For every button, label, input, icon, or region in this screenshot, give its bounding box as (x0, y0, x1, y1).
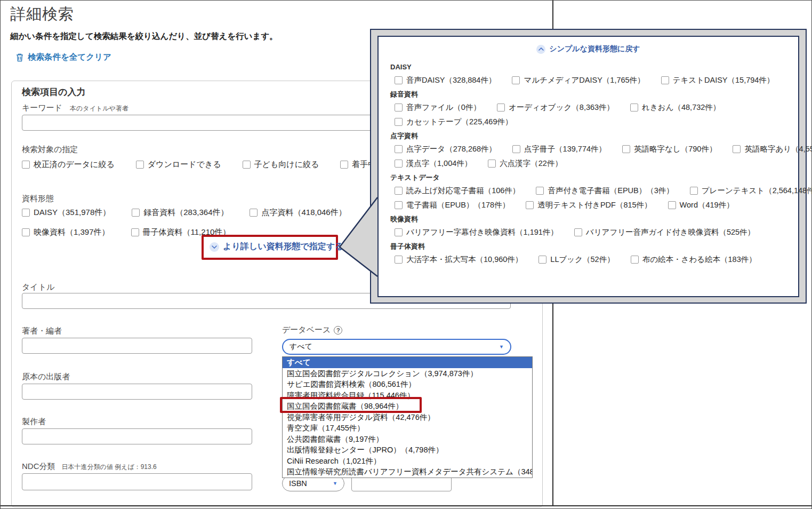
publisher-input[interactable] (22, 384, 252, 400)
dropdown-option[interactable]: 出版情報登録センター（JPRO）（4,798件） (283, 444, 532, 456)
checkbox-row: 大活字本・拡大写本（10,960件）LLブック（52件）布の絵本・さわる絵本（1… (390, 254, 786, 265)
dropdown-option[interactable]: サピエ図書館資料検索（806,561件） (283, 379, 532, 390)
checkbox-item[interactable]: 透明テキスト付きPDF（815件） (526, 200, 652, 210)
database-select[interactable]: すべて ▼ (282, 339, 511, 355)
checkbox-label: 電子書籍（EPUB）（178件） (406, 200, 510, 210)
checkbox-item[interactable]: 電子書籍（EPUB）（178件） (395, 200, 510, 210)
checkbox-label: 布の絵本・さわる絵本（183件） (642, 254, 757, 265)
checkbox[interactable] (574, 228, 582, 236)
checkbox-item[interactable]: バリアフリー字幕付き映像資料（1,191件） (395, 227, 558, 237)
checkbox-item[interactable]: Word（419件） (668, 200, 734, 210)
checkbox[interactable] (631, 256, 639, 264)
checkbox-item[interactable]: 映像資料（1,397件） (22, 227, 110, 237)
isbn-type-select[interactable]: ISBN ▼ (282, 475, 344, 491)
checkbox[interactable] (512, 76, 520, 84)
checkbox[interactable] (340, 161, 348, 169)
clear-all-conditions-link[interactable]: 検索条件を全てクリア (15, 52, 111, 63)
checkbox-item[interactable]: 音声DAISY（328,884件） (395, 75, 496, 85)
checkbox-item[interactable]: 音声ファイル（0件） (395, 102, 481, 113)
checkbox-label: 録音資料（283,364件） (143, 208, 228, 218)
checkbox-row: 電子書籍（EPUB）（178件）透明テキスト付きPDF（815件）Word（41… (390, 200, 786, 210)
checkbox-item[interactable]: 冊子体資料（11,210件） (131, 227, 231, 237)
checkbox-item[interactable]: 音声付き電子書籍（EPUB）（3件） (536, 186, 673, 196)
checkbox[interactable] (395, 145, 403, 153)
checkbox[interactable] (395, 187, 403, 195)
checkbox[interactable] (395, 76, 403, 84)
checkbox-item[interactable]: カセットテープ（225,469件） (395, 117, 512, 127)
checkbox[interactable] (395, 228, 403, 236)
checkbox[interactable] (538, 256, 546, 264)
checkbox[interactable] (690, 187, 698, 195)
checkbox[interactable] (536, 187, 544, 195)
checkbox[interactable] (497, 104, 505, 112)
checkbox[interactable] (22, 209, 30, 217)
checkbox[interactable] (526, 201, 534, 209)
checkbox-item[interactable]: 子ども向けに絞る (243, 160, 319, 170)
checkbox[interactable] (395, 256, 403, 264)
checkbox[interactable] (630, 104, 638, 112)
checkbox[interactable] (395, 104, 403, 112)
checkbox[interactable] (136, 161, 144, 169)
detailed-formats-popup: シンプルな資料形態に戻す DAISY音声DAISY（328,884件）マルチメデ… (377, 36, 799, 297)
dropdown-option[interactable]: 青空文庫（17,455件） (283, 423, 532, 434)
checkbox[interactable] (733, 145, 741, 153)
checkbox-item[interactable]: テキストDAISY（15,794件） (661, 75, 775, 85)
checkbox[interactable] (395, 160, 403, 168)
show-detailed-formats-link[interactable]: より詳しい資料形態で指定する (210, 241, 344, 252)
dropdown-option[interactable]: 国立国会図書館デジタルコレクション（3,974,873件） (283, 368, 532, 379)
checkbox-item[interactable]: 点字データ（278,268件） (395, 144, 496, 154)
checkbox-label: 子ども向けに絞る (254, 160, 319, 170)
material-format-section: DAISY音声DAISY（328,884件）マルチメディアDAISY（1,765… (390, 62, 786, 85)
checkbox[interactable] (22, 161, 30, 169)
checkbox[interactable] (668, 201, 676, 209)
checkbox[interactable] (661, 76, 669, 84)
dropdown-option[interactable]: 視覚障害者等用デジタル資料（42,476件） (283, 412, 532, 423)
checkbox-item[interactable]: マルチメディアDAISY（1,765件） (512, 75, 645, 85)
dropdown-option[interactable]: 公共図書館蔵書（9,197件） (283, 434, 532, 445)
checkbox-item[interactable]: プレーンテキスト（2,564,148件） (690, 186, 812, 196)
dropdown-option[interactable]: 障害者用資料総合目録（115,446件） (283, 390, 532, 401)
checkbox-item[interactable]: 読み上げ対応電子書籍（106件） (395, 186, 520, 196)
back-to-simple-formats-link[interactable]: シンプルな資料形態に戻す (536, 44, 640, 54)
question-circle-icon[interactable]: ? (334, 326, 342, 335)
checkbox-item[interactable]: 英語略字なし（790件） (622, 144, 717, 154)
dropdown-option[interactable]: 国立情報学研究所読書バリアフリー資料メタデータ共有システム（348件） (283, 466, 532, 478)
checkbox-item[interactable]: LLブック（52件） (538, 254, 614, 265)
ndc-input[interactable] (22, 473, 252, 490)
main-panel-bottom-border (1, 505, 812, 506)
checkbox[interactable] (250, 209, 258, 217)
checkbox-item[interactable]: 六点漢字（22件） (488, 158, 562, 169)
checkbox[interactable] (132, 209, 140, 217)
author-input[interactable] (22, 338, 252, 354)
producer-input[interactable] (22, 428, 252, 444)
checkbox[interactable] (622, 145, 630, 153)
checkbox[interactable] (131, 228, 139, 236)
checkbox[interactable] (512, 145, 520, 153)
checkbox[interactable] (243, 161, 251, 169)
checkbox[interactable] (488, 160, 496, 168)
checkbox-item[interactable]: 大活字本・拡大写本（10,960件） (395, 254, 522, 265)
checkbox-item[interactable]: 布の絵本・さわる絵本（183件） (631, 254, 757, 265)
checkbox-item[interactable]: バリアフリー音声ガイド付き映像資料（525件） (574, 227, 755, 237)
checkbox-item[interactable]: 漢点字（1,004件） (395, 158, 472, 169)
dropdown-option[interactable]: CiNii Research（1,021件） (283, 456, 532, 467)
checkbox-item[interactable]: 録音資料（283,364件） (132, 208, 228, 218)
dropdown-option[interactable]: 国立国会図書館蔵書（98,964件） (283, 401, 532, 412)
page-title: 詳細検索 (10, 4, 74, 25)
checkbox-item[interactable]: れきおん（48,732件） (630, 102, 720, 113)
checkbox-item[interactable]: 英語略字あり（4,555件） (733, 144, 812, 154)
checkbox-item[interactable]: DAISY（351,978件） (22, 208, 110, 218)
checkbox-item[interactable]: 点字資料（418,046件） (250, 208, 346, 218)
checkbox[interactable] (395, 118, 403, 126)
checkbox-label: ダウンロードできる (148, 160, 221, 170)
material-format-section: 映像資料バリアフリー字幕付き映像資料（1,191件）バリアフリー音声ガイド付き映… (390, 214, 786, 237)
back-to-simple-formats-label: シンプルな資料形態に戻す (549, 44, 640, 54)
checkbox-item[interactable]: オーディオブック（8,363件） (497, 102, 614, 113)
checkbox-item[interactable]: 点字冊子（139,774件） (512, 144, 606, 154)
dropdown-option[interactable]: すべて (283, 357, 532, 368)
checkbox-item[interactable]: ダウンロードできる (136, 160, 221, 170)
checkbox[interactable] (22, 228, 30, 236)
checkbox[interactable] (395, 201, 403, 209)
checkbox-label: オーディオブック（8,363件） (509, 102, 614, 113)
checkbox-item[interactable]: 校正済のデータに絞る (22, 160, 115, 170)
